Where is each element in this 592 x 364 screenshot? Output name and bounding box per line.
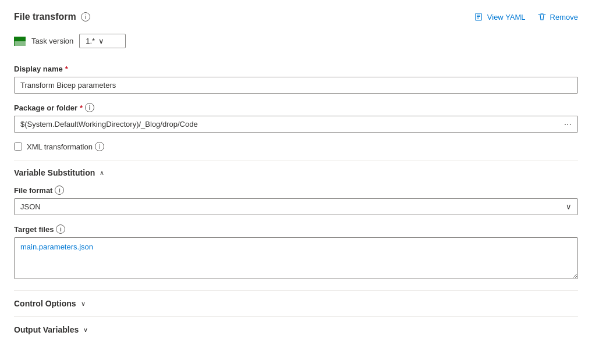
output-variables-title: Output Variables: [14, 325, 79, 334]
task-version-row: Task version 1.* ∨: [14, 34, 578, 48]
svg-rect-5: [14, 41, 26, 46]
task-version-select[interactable]: 1.* ∨: [79, 34, 126, 48]
variable-substitution-title: Variable Substitution: [14, 168, 95, 177]
view-yaml-label: View YAML: [487, 13, 526, 22]
package-folder-input[interactable]: [14, 116, 558, 133]
page-title: File transform: [14, 12, 76, 22]
flag-icon: [14, 37, 26, 46]
variable-substitution-divider: [14, 160, 578, 161]
package-folder-section: Package or folder * i ···: [14, 103, 578, 133]
variable-substitution-header[interactable]: Variable Substitution ∧: [14, 168, 578, 177]
xml-transformation-info-icon[interactable]: i: [95, 142, 104, 151]
task-version-value: 1.*: [86, 37, 95, 45]
svg-rect-4: [14, 37, 26, 41]
yaml-icon: [474, 12, 484, 22]
control-options-title: Control Options: [14, 299, 76, 308]
header-right: View YAML Remove: [474, 12, 578, 22]
task-version-label: Task version: [31, 37, 73, 45]
target-files-info-icon[interactable]: i: [56, 224, 65, 234]
target-files-textarea[interactable]: main.parameters.json: [14, 237, 578, 279]
remove-button[interactable]: Remove: [537, 12, 578, 22]
file-format-label: File format i: [14, 185, 578, 195]
display-name-input[interactable]: [14, 77, 578, 94]
target-files-label: Target files i: [14, 224, 578, 234]
xml-transformation-row: XML transformation i: [14, 142, 578, 151]
package-folder-ellipsis-button[interactable]: ···: [558, 116, 578, 133]
display-name-label: Display name *: [14, 65, 578, 73]
remove-icon: [537, 12, 547, 22]
page-header: File transform i View YAML: [14, 12, 578, 22]
display-name-section: Display name *: [14, 65, 578, 94]
file-format-chevron: ∨: [566, 202, 572, 211]
package-folder-info-icon[interactable]: i: [85, 103, 94, 112]
xml-transformation-label: XML transformation i: [27, 142, 104, 151]
variable-substitution-chevron: ∧: [100, 169, 104, 177]
control-options-chevron: ∨: [81, 300, 86, 308]
file-format-value: JSON: [20, 202, 41, 211]
title-info-icon[interactable]: i: [81, 12, 90, 22]
package-folder-required: *: [80, 104, 83, 112]
header-left: File transform i: [14, 12, 90, 22]
output-variables-row[interactable]: Output Variables ∨: [14, 316, 578, 342]
package-folder-label: Package or folder * i: [14, 103, 578, 112]
output-variables-chevron: ∨: [83, 326, 88, 334]
package-folder-input-group: ···: [14, 116, 578, 133]
file-format-section: File format i JSON ∨: [14, 185, 578, 215]
remove-label: Remove: [550, 13, 578, 22]
view-yaml-button[interactable]: View YAML: [474, 12, 526, 22]
control-options-row[interactable]: Control Options ∨: [14, 290, 578, 316]
target-files-section: Target files i main.parameters.json: [14, 224, 578, 281]
display-name-required: *: [65, 65, 68, 73]
task-version-chevron: ∨: [98, 37, 104, 45]
file-format-select[interactable]: JSON ∨: [14, 198, 578, 215]
file-format-info-icon[interactable]: i: [55, 185, 64, 195]
xml-transformation-checkbox[interactable]: [14, 142, 22, 151]
main-container: File transform i View YAML: [0, 0, 592, 364]
